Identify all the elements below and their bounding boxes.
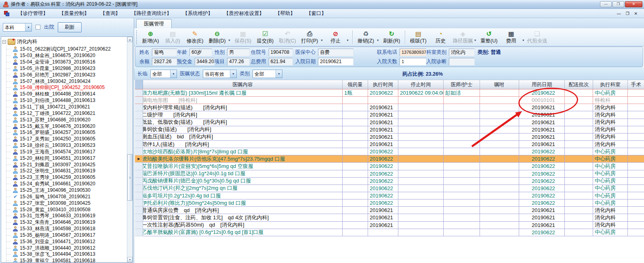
patient-tree-item[interactable]: 15-36_刘亚金_1904471_20190612 [1,238,133,245]
order-row[interactable]: 测血压(描述) bid [消化内科]2019062120190621消化内科 [135,134,644,141]
info-field-value[interactable]: 20190621 [318,58,354,66]
mdi-close-icon[interactable]: ✕ [634,11,638,16]
patient-tree-item[interactable]: 15-21_刘佩霞_1903097_20190425 [1,161,133,168]
patient-tree-item[interactable]: 15-20_林桂同_1904551_20190617 [1,155,133,161]
info-field-value[interactable]: 1 [400,58,426,66]
order-row[interactable]: 强力枇杷露(无糖型) [330ml]15ml 遵长嘱 口服1瓶201906222… [135,89,644,97]
patient-tree-item[interactable]: 15-03_林金画_1904675_20190620 [1,53,133,59]
scrollbar-thumb[interactable]: ≡ [127,154,133,201]
column-header-9[interactable]: 执行科室 [593,80,628,89]
tree-root-dept[interactable]: − 消化内科 [1,37,133,46]
restore-icon[interactable]: ❐ [612,1,624,7]
patient-tree-item[interactable]: ✔15-26_翁鸣_1904708_20190621 [1,193,133,200]
chevron-down-icon[interactable]: ▼ [230,70,236,78]
sidebar-refresh-button[interactable]: 刷新 [58,22,82,32]
patient-tree-item[interactable]: 15-32_朱燕青_1904646_20190619 [1,219,133,226]
order-row[interactable]: 一次性注射器(配药器50ml) qd [消化内科]201906212019062… [135,222,644,229]
patient-tree-item[interactable]: 15-13_苏野_1904686_20190620 [1,117,133,123]
toolbar-button-reorg[interactable]: ↺重整(U) [478,29,500,45]
dropdown-arrow-icon[interactable]: ▼ [346,39,349,42]
info-field-value[interactable]: 60岁 [189,49,212,56]
scroll-down-icon[interactable]: ▼ [127,257,133,262]
order-row[interactable]: 陪伴1人(描述) [消化内科]2019062120190621消化内科 [135,141,644,148]
type-filter-select[interactable]: 全部 ▼ [253,70,282,78]
chevron-down-icon[interactable]: ▼ [25,23,32,31]
toolbar-button-refresh[interactable]: ↻刷新(R) [381,29,403,45]
patient-tree-item[interactable]: 15-07_林强_1903042_20190424 [1,78,133,85]
mdi-restore-icon[interactable]: ❐ [626,11,629,16]
dropdown-arrow-icon[interactable]: ▼ [522,39,525,42]
menu-item-2[interactable]: 【查询】 [100,10,120,17]
order-row[interactable]: 坎地沙坦西酯(必洛斯)片[8mg*7s]8mg qd 口服20190622201… [135,148,644,155]
menu-item-7[interactable]: 【窗口】 [306,10,326,17]
column-header-10[interactable]: 手术 [628,80,644,89]
order-row[interactable]: 二级护理 [消化内科]2019062120190621消化内科 [135,111,644,119]
patient-tree-item[interactable]: 15-08_傅仰眼[CP]_1904252_20190605 [1,85,133,91]
patient-tree-item[interactable]: 15-37_洪德顺_1904440_20190612 [1,245,133,251]
patient-tree-item[interactable]: 15-35_杨明涛_1904567_20190617 [1,232,133,238]
info-field-value[interactable]: 13763809376 [400,49,426,56]
order-row[interactable]: 乙酰半胱氨酸片(富露施) [0.6g*12s]0.6g qd [首1]口服201… [135,229,644,236]
tree-expander-icon[interactable]: − [2,40,6,44]
info-field-value[interactable]: 3449.20 [195,58,215,66]
toolbar-button-add[interactable]: ⊕新增(A) [139,29,162,45]
menu-item-6[interactable]: 【帮助】 [275,10,295,17]
order-row[interactable]: 匹伐他汀钙片(邦之)[2mg*7s]2mg qn 口服2019062220190… [135,185,644,192]
scope-filter-select[interactable]: 全部 ▼ [150,70,177,78]
info-field-value[interactable]: 2827.26 [152,58,177,66]
patient-tree-item[interactable]: 15-22_张明生_1904631_20190619 [1,168,133,174]
discharge-checkbox[interactable] [36,25,40,30]
patient-tree-item[interactable]: 15-06_邱艳芳_1902987_20190423 [1,72,133,78]
order-row[interactable]: 按内科护理常规(描述) [消化内科]2019062120190621消化内科 [135,104,644,111]
info-field-value[interactable]: 621.94 [269,58,293,66]
column-header-4[interactable]: 停止时间 [398,80,444,89]
patient-tree-item[interactable]: 15-17_吴秀如_1904250_20190605 [1,136,133,142]
column-header-1[interactable]: 医嘱内容 [143,80,343,89]
toolbar-button-trash[interactable]: ♻撤销(Z) [355,29,377,45]
patient-tree-item[interactable]: 15-38_张彦飞_1904494_20190613 [1,251,133,258]
dropdown-arrow-icon[interactable]: ▼ [320,39,323,42]
patient-tree-item[interactable]: 15-19_王海燕_1904574_20190617 [1,149,133,155]
menu-item-5[interactable]: 【质控标准设置】 [224,10,264,17]
patient-tree-item[interactable]: 15-27_张宏_1903098_20190425 [1,200,133,206]
order-row[interactable]: 普通病房床位费 qd [消化内科]2019062120190621消化内科 [135,207,644,214]
patient-tree-item[interactable]: 15-31_范秀琴_1904633_20190619 [1,213,133,219]
toolbar-button-fee[interactable]: ▦费用 [500,29,522,45]
scroll-up-icon[interactable]: ▲ [127,37,133,42]
order-row[interactable]: 伊托必利片(唯比力)[50mg*24s]50mg tid 口服201906222… [135,199,644,207]
info-field-value[interactable]: 1904708 [269,49,293,56]
toolbar-button-print[interactable]: ⎙打印(P) [299,29,321,45]
info-field-value[interactable]: 翁鸣 [152,49,177,56]
status-filter-select[interactable]: 当前有效 ▼ [203,70,237,78]
info-field-value[interactable] [449,58,475,66]
toolbar-button-stop[interactable]: ⊘停止 [324,29,347,45]
patient-tree-item[interactable]: 15-12_丁雄强_1904722_20190621 [1,110,133,117]
dropdown-arrow-icon[interactable]: ▼ [228,39,231,42]
patient-tree-item[interactable]: 15-33_林燕清_1904598_20190618 [1,226,133,232]
column-header-6[interactable]: 嘱咐 [480,80,519,89]
patient-tree-item[interactable]: 15-01_0622测试[CP]_1904727_20190622 [1,46,133,53]
toolbar-button-submit[interactable]: ☑提交(B) [254,29,276,45]
order-row[interactable]: 低盐、低脂饮食(描述) [消化内科]2019062120190621消化内科 [135,119,644,126]
column-header-5[interactable]: 医师/护士 [444,80,480,89]
patient-tree-item[interactable]: 15-11_丁娟_1904721_20190621 [1,104,133,110]
tree-scrollbar[interactable]: ▲ ≡ ▼ [127,37,133,262]
toolbar-button-remove[interactable]: ⊖删除(D) [206,29,228,45]
patient-tree-item[interactable]: 15-39_黄福立_1904581_20190618 [1,258,133,263]
order-row[interactable]: 鼻饲饮食(描述) [消化内科]2019062120190621消化内科 [135,126,644,134]
tab-orders-management[interactable]: 医嘱管理 [136,19,172,28]
patient-tree-item[interactable]: 15-24_俞秀斌_1904661_20190620 [1,181,133,187]
dropdown-arrow-icon[interactable]: ▼ [377,39,379,42]
order-row[interactable]: 艾普拉唑肠溶片(壹丽安)[5mg*6s]5mg qd 空腹服2019062220… [135,163,644,170]
menu-item-0[interactable]: 【诊疗管理】 [18,10,48,17]
patient-tree-item[interactable]: 15-09_林桂馥_1904498_20190614 [1,91,133,98]
patient-tree-item[interactable]: 15-15_戴玉琴_1904676_20190620 [1,123,133,129]
patient-tree-item[interactable]: 15-25_王涛_1904096_20190530 [1,187,133,194]
info-field-value[interactable]: 男 [227,49,250,56]
patient-tree-item[interactable]: 15-04_金莹谛_1903673_20190516 [1,59,133,66]
order-row[interactable]: 瑞巴派特片(膜固思达)[0.1g*24s]0.1g tid 口服20190622… [135,170,644,178]
menu-item-1[interactable]: 【质量控制】 [59,10,89,17]
patient-tree-item[interactable]: 15-16_罗朝盛_1904257_20190605 [1,129,133,136]
dept-scope-select[interactable]: 本科 ▼ [3,23,32,32]
patient-tree-item[interactable]: 15-18_徐祥云_1903913_20190523 [1,142,133,149]
